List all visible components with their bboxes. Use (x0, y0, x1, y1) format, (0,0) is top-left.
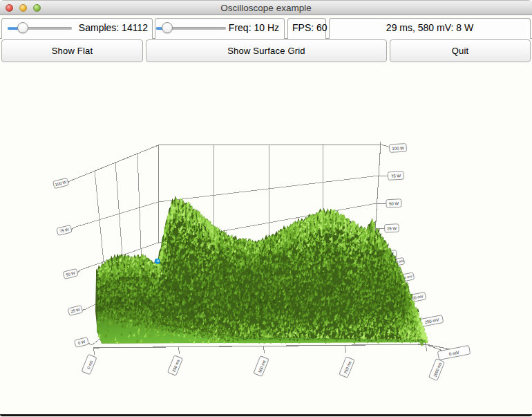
svg-text:50 W: 50 W (389, 201, 399, 206)
svg-text:25 W: 25 W (387, 226, 397, 231)
svg-text:100 W: 100 W (392, 146, 404, 151)
svg-text:75 W: 75 W (391, 174, 401, 178)
